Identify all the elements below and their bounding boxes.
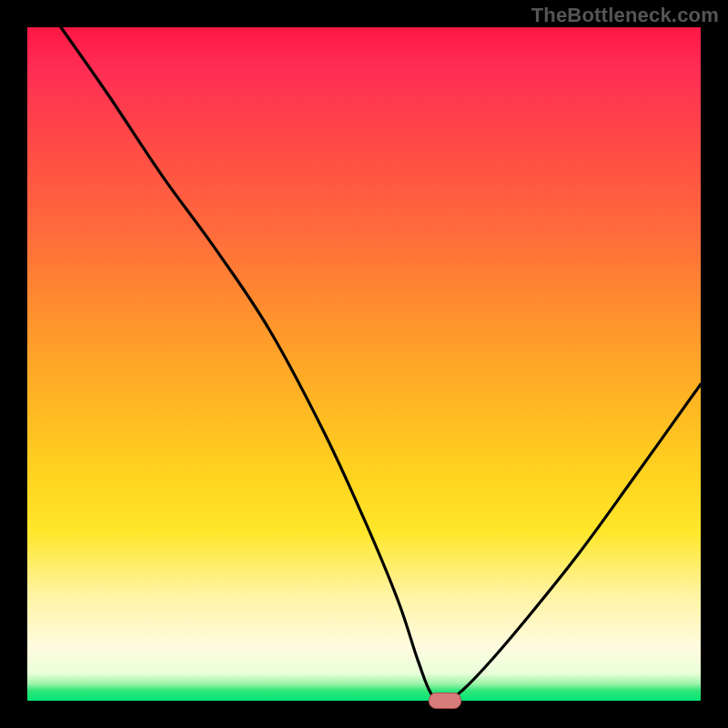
curve-path: [61, 27, 701, 701]
plot-area: [27, 27, 701, 701]
optimal-marker: [429, 693, 461, 709]
chart-frame: TheBottleneck.com: [0, 0, 728, 728]
bottleneck-curve: [27, 27, 701, 701]
watermark-text: TheBottleneck.com: [531, 4, 719, 27]
